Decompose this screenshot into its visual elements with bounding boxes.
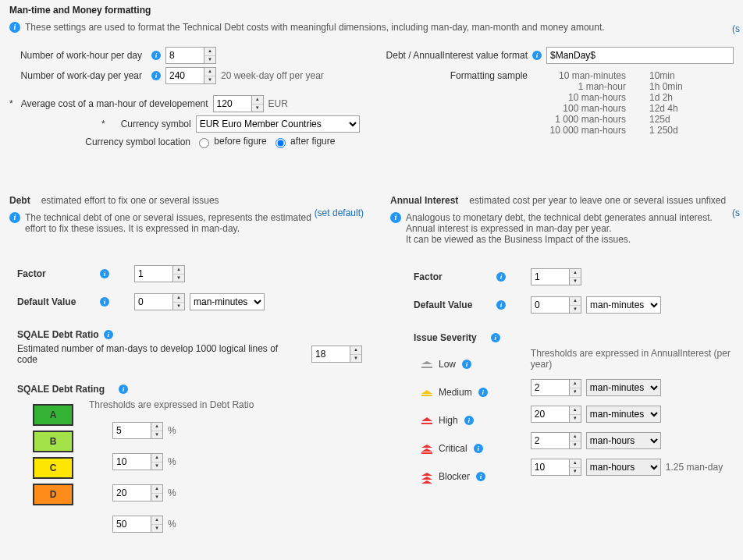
- spin-down-icon[interactable]: ▼: [570, 388, 581, 396]
- info-icon[interactable]: i: [496, 300, 506, 310]
- pct-label: %: [168, 425, 176, 436]
- rating-threshold-input[interactable]: ▲▼: [112, 516, 163, 533]
- spin-up-icon[interactable]: ▲: [570, 380, 581, 388]
- spin-up-icon[interactable]: ▲: [204, 48, 215, 56]
- spin-up-icon[interactable]: ▲: [173, 294, 184, 303]
- label-debt-default: Default Value: [17, 296, 95, 307]
- spin-up-icon[interactable]: ▲: [151, 516, 162, 525]
- spin-up-icon[interactable]: ▲: [570, 459, 581, 468]
- severity-threshold-input[interactable]: ▲▼: [531, 459, 581, 476]
- ai-default-input[interactable]: ▲▼: [531, 296, 581, 314]
- spin-down-icon[interactable]: ▼: [570, 415, 581, 423]
- info-icon: i: [390, 212, 401, 223]
- ai-right-link[interactable]: (s: [732, 207, 740, 218]
- severity-threshold-row: ▲▼ man-hours 1.25 man-day: [531, 455, 734, 479]
- spin-up-icon[interactable]: ▲: [570, 297, 581, 306]
- format-sample-row: 100 man-hours12d 4h: [540, 103, 683, 114]
- section-title-mantime: Man-time and Money formatting: [9, 5, 734, 16]
- spin-up-icon[interactable]: ▲: [350, 346, 361, 355]
- severity-threshold-input[interactable]: ▲▼: [531, 379, 581, 396]
- spin-down-icon[interactable]: ▼: [570, 468, 581, 476]
- format-input[interactable]: [546, 47, 734, 64]
- severity-unit-select[interactable]: man-hours: [586, 459, 661, 476]
- spin-down-icon[interactable]: ▼: [151, 494, 162, 502]
- spin-up-icon[interactable]: ▲: [173, 266, 184, 275]
- info-icon[interactable]: i: [100, 269, 109, 278]
- ai-subtitle: estimated cost per year to leave one or …: [469, 195, 726, 206]
- set-default-link[interactable]: (set default): [315, 207, 364, 218]
- rating-badge-c: C: [33, 457, 73, 479]
- info-icon[interactable]: i: [491, 333, 500, 342]
- debt-default-unit-select[interactable]: man-minutes: [190, 293, 265, 310]
- info-icon[interactable]: i: [464, 416, 474, 425]
- label-format: Debt / AnnualInterest value format: [372, 50, 528, 61]
- format-sample-row: 10 man-minutes10min: [540, 70, 683, 81]
- spin-down-icon[interactable]: ▼: [173, 275, 184, 282]
- ai-default-unit-select[interactable]: man-minutes: [586, 296, 661, 314]
- workdays-input[interactable]: ▲▼: [165, 67, 216, 84]
- rating-threshold-input[interactable]: ▲▼: [112, 422, 163, 439]
- rating-threshold-input[interactable]: ▲▼: [112, 453, 163, 470]
- spin-up-icon[interactable]: ▲: [151, 454, 162, 463]
- spin-down-icon[interactable]: ▼: [151, 525, 162, 533]
- top-right-link[interactable]: (s: [732, 23, 740, 34]
- spin-down-icon[interactable]: ▼: [570, 441, 581, 449]
- info-icon[interactable]: i: [100, 297, 109, 307]
- debt-factor-input[interactable]: ▲▼: [134, 265, 185, 282]
- severity-unit-select[interactable]: man-minutes: [586, 379, 661, 396]
- spin-down-icon[interactable]: ▼: [173, 303, 184, 310]
- format-sample-row: 10 000 man-hours1 250d: [540, 125, 683, 136]
- radio-after-figure[interactable]: after figure: [272, 136, 336, 148]
- info-icon[interactable]: i: [476, 472, 485, 481]
- info-icon[interactable]: i: [104, 330, 113, 339]
- ai-factor-input[interactable]: ▲▼: [531, 268, 581, 285]
- info-icon[interactable]: i: [462, 360, 471, 369]
- severity-label-medium: Mediumi: [421, 381, 499, 404]
- info-icon[interactable]: i: [151, 71, 161, 80]
- spin-up-icon[interactable]: ▲: [204, 68, 215, 76]
- info-icon[interactable]: i: [496, 272, 506, 282]
- ai-desc: Analogous to monetary debt, the technica…: [406, 212, 713, 245]
- section-title-ai: Annual Interest: [390, 195, 458, 206]
- spin-down-icon[interactable]: ▼: [252, 105, 263, 112]
- spin-down-icon[interactable]: ▼: [204, 76, 215, 84]
- avgcost-input[interactable]: ▲▼: [213, 95, 264, 112]
- info-icon[interactable]: i: [151, 51, 161, 60]
- format-sample-row: 10 man-hours1d 2h: [540, 92, 683, 103]
- info-icon[interactable]: i: [478, 388, 488, 397]
- currency-symbol-select[interactable]: EUR Euro Member Countries: [196, 115, 360, 133]
- debt-default-input[interactable]: ▲▼: [134, 293, 185, 310]
- spin-down-icon[interactable]: ▼: [151, 431, 162, 439]
- rating-threshold-input[interactable]: ▲▼: [112, 484, 163, 502]
- severity-unit-select[interactable]: man-hours: [586, 432, 661, 449]
- label-debt-factor: Factor: [17, 268, 95, 279]
- spin-down-icon[interactable]: ▼: [151, 463, 162, 470]
- pct-label: %: [168, 519, 176, 530]
- spin-up-icon[interactable]: ▲: [151, 423, 162, 431]
- sqale-rating-title: SQALE Debt Rating: [17, 384, 105, 395]
- info-icon[interactable]: i: [474, 444, 483, 453]
- pct-label: %: [168, 456, 176, 467]
- sqale-ratio-desc: Estimated number of man-days to develop …: [17, 343, 287, 365]
- spin-down-icon[interactable]: ▼: [570, 306, 581, 314]
- spin-down-icon[interactable]: ▼: [350, 355, 361, 363]
- sqale-ratio-input[interactable]: ▲▼: [311, 346, 362, 363]
- section-title-debt: Debt: [9, 195, 30, 206]
- spin-up-icon[interactable]: ▲: [252, 96, 263, 105]
- debt-desc: The technical debt of one or several iss…: [25, 212, 322, 234]
- spin-down-icon[interactable]: ▼: [570, 278, 581, 285]
- spin-up-icon[interactable]: ▲: [570, 269, 581, 278]
- radio-before-figure[interactable]: before figure: [195, 136, 267, 148]
- severity-threshold-input[interactable]: ▲▼: [531, 406, 581, 423]
- spin-up-icon[interactable]: ▲: [570, 433, 581, 441]
- severity-threshold-input[interactable]: ▲▼: [531, 432, 581, 449]
- format-sample-row: 1 000 man-hours125d: [540, 114, 683, 125]
- info-icon[interactable]: i: [532, 51, 542, 60]
- severity-unit-select[interactable]: man-minutes: [586, 406, 661, 423]
- spin-up-icon[interactable]: ▲: [151, 485, 162, 494]
- spin-down-icon[interactable]: ▼: [204, 56, 215, 64]
- info-icon[interactable]: i: [119, 385, 128, 394]
- workhours-input[interactable]: ▲▼: [165, 47, 216, 64]
- label-currency-location: Currency symbol location: [9, 136, 190, 147]
- spin-up-icon[interactable]: ▲: [570, 406, 581, 415]
